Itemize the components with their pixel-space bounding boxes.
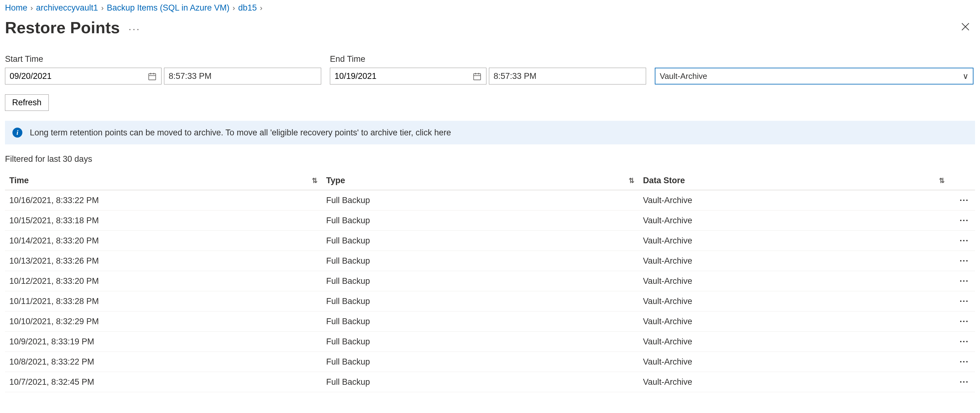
start-date-field[interactable] (10, 71, 131, 81)
row-more-actions[interactable]: ··· (953, 357, 975, 367)
chevron-down-icon: ∨ (963, 71, 969, 81)
info-banner[interactable]: i Long term retention points can be move… (5, 121, 975, 145)
sort-icon[interactable]: ⇅ (629, 177, 643, 185)
end-date-input[interactable] (330, 68, 487, 84)
start-date-input[interactable] (5, 68, 162, 84)
cell-type: Full Backup (326, 276, 643, 286)
cell-time: 10/9/2021, 8:33:19 PM (9, 337, 326, 346)
breadcrumb-backup-items[interactable]: Backup Items (SQL in Azure VM) (107, 3, 229, 13)
cell-time: 10/11/2021, 8:33:28 PM (9, 297, 326, 306)
filter-bar: Start Time End Time Vault-A (5, 54, 975, 84)
table-row[interactable]: 10/16/2021, 8:33:22 PMFull BackupVault-A… (5, 191, 975, 211)
cell-time: 10/8/2021, 8:33:22 PM (9, 357, 326, 367)
cell-type: Full Backup (326, 357, 643, 367)
cell-store: Vault-Archive (643, 216, 953, 226)
cell-time: 10/14/2021, 8:33:20 PM (9, 236, 326, 246)
cell-store: Vault-Archive (643, 276, 953, 286)
end-time-label: End Time (330, 54, 646, 64)
cell-time: 10/16/2021, 8:33:22 PM (9, 195, 326, 205)
breadcrumb-db[interactable]: db15 (238, 3, 257, 13)
cell-type: Full Backup (326, 195, 643, 205)
close-button[interactable] (958, 19, 972, 36)
page-title: Restore Points (5, 18, 120, 37)
row-more-actions[interactable]: ··· (953, 337, 975, 346)
table-row[interactable]: 10/9/2021, 8:33:19 PMFull BackupVault-Ar… (5, 332, 975, 352)
svg-rect-6 (474, 74, 481, 80)
row-more-actions[interactable]: ··· (953, 195, 975, 205)
filter-caption: Filtered for last 30 days (5, 154, 975, 164)
cell-store: Vault-Archive (643, 256, 953, 266)
cell-store: Vault-Archive (643, 297, 953, 306)
row-more-actions[interactable]: ··· (953, 316, 975, 326)
cell-type: Full Backup (326, 236, 643, 246)
cell-time: 10/15/2021, 8:33:18 PM (9, 216, 326, 226)
end-time-field[interactable] (489, 68, 646, 84)
calendar-icon[interactable] (148, 72, 157, 80)
row-more-actions[interactable]: ··· (953, 296, 975, 306)
refresh-button[interactable]: Refresh (5, 94, 49, 111)
start-time-field[interactable] (164, 68, 321, 84)
table-row[interactable]: 10/12/2021, 8:33:20 PMFull BackupVault-A… (5, 271, 975, 291)
table-row[interactable]: 10/13/2021, 8:33:26 PMFull BackupVault-A… (5, 251, 975, 271)
cell-store: Vault-Archive (643, 236, 953, 246)
tier-select[interactable]: Vault-Archive ∨ (655, 68, 974, 84)
table-row[interactable]: 10/11/2021, 8:33:28 PMFull BackupVault-A… (5, 291, 975, 311)
table-row[interactable]: 10/8/2021, 8:33:22 PMFull BackupVault-Ar… (5, 352, 975, 372)
col-time[interactable]: Time ⇅ (9, 176, 326, 185)
cell-type: Full Backup (326, 377, 643, 387)
table-header: Time ⇅ Type ⇅ Data Store ⇅ (5, 172, 975, 191)
table-row[interactable]: 10/15/2021, 8:33:18 PMFull BackupVault-A… (5, 211, 975, 231)
sort-icon[interactable]: ⇅ (312, 177, 326, 185)
col-time-label: Time (9, 176, 29, 185)
breadcrumb: Home › archiveccyvault1 › Backup Items (… (5, 3, 975, 13)
cell-type: Full Backup (326, 337, 643, 346)
chevron-right-icon: › (30, 4, 33, 13)
cell-store: Vault-Archive (643, 195, 953, 205)
calendar-icon[interactable] (473, 72, 482, 80)
col-type-label: Type (326, 176, 345, 185)
cell-type: Full Backup (326, 256, 643, 266)
sort-icon[interactable]: ⇅ (939, 177, 953, 185)
row-more-actions[interactable]: ··· (953, 276, 975, 286)
cell-store: Vault-Archive (643, 357, 953, 367)
cell-time: 10/12/2021, 8:33:20 PM (9, 276, 326, 286)
breadcrumb-vault[interactable]: archiveccyvault1 (36, 3, 98, 13)
row-more-actions[interactable]: ··· (953, 256, 975, 266)
table-row[interactable]: 10/7/2021, 8:32:45 PMFull BackupVault-Ar… (5, 372, 975, 392)
breadcrumb-home[interactable]: Home (5, 3, 27, 13)
cell-type: Full Backup (326, 216, 643, 226)
tier-selected-value: Vault-Archive (660, 71, 707, 81)
start-time-label: Start Time (5, 54, 321, 64)
chevron-right-icon: › (260, 4, 262, 13)
row-more-actions[interactable]: ··· (953, 236, 975, 246)
cell-type: Full Backup (326, 297, 643, 306)
svg-rect-2 (149, 74, 156, 80)
cell-store: Vault-Archive (643, 337, 953, 346)
table-row[interactable]: 10/14/2021, 8:33:20 PMFull BackupVault-A… (5, 231, 975, 251)
col-type[interactable]: Type ⇅ (326, 176, 643, 185)
restore-points-table: Time ⇅ Type ⇅ Data Store ⇅ 10/16/2021, 8… (5, 172, 975, 392)
table-row[interactable]: 10/10/2021, 8:32:29 PMFull BackupVault-A… (5, 311, 975, 332)
col-store[interactable]: Data Store ⇅ (643, 176, 953, 185)
close-icon (960, 21, 971, 32)
row-more-actions[interactable]: ··· (953, 377, 975, 387)
info-text: Long term retention points can be moved … (30, 128, 451, 138)
end-date-field[interactable] (334, 71, 456, 81)
cell-time: 10/7/2021, 8:32:45 PM (9, 377, 326, 387)
cell-time: 10/10/2021, 8:32:29 PM (9, 317, 326, 326)
cell-store: Vault-Archive (643, 377, 953, 387)
col-store-label: Data Store (643, 176, 685, 185)
cell-time: 10/13/2021, 8:33:26 PM (9, 256, 326, 266)
chevron-right-icon: › (233, 4, 235, 13)
info-icon: i (13, 128, 22, 138)
more-actions-icon[interactable]: ··· (129, 24, 141, 34)
cell-type: Full Backup (326, 317, 643, 326)
cell-store: Vault-Archive (643, 317, 953, 326)
chevron-right-icon: › (101, 4, 104, 13)
row-more-actions[interactable]: ··· (953, 216, 975, 226)
tier-label (655, 54, 974, 64)
